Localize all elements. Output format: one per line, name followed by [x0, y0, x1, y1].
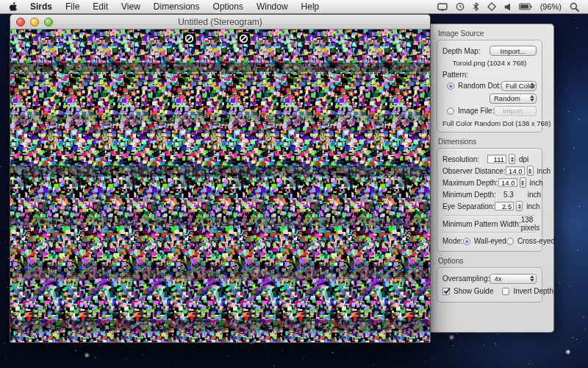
minimum-depth-label: Minimum Depth: — [442, 191, 496, 199]
wall-eyed-radio[interactable] — [463, 238, 470, 245]
diamond-icon[interactable] — [487, 2, 496, 11]
image-file-import-button: Import... — [494, 106, 537, 116]
section-title-image-source: Image Source — [438, 29, 542, 38]
close-button[interactable] — [16, 18, 25, 26]
window-title-bar[interactable]: Untitled (Stereogram) — [10, 15, 430, 29]
invert-depth-checkbox[interactable] — [502, 288, 509, 295]
cross-eyed-radio[interactable] — [506, 238, 514, 245]
observer-distance-stepper[interactable] — [527, 166, 534, 176]
menu-item-help[interactable]: Help — [295, 0, 326, 13]
invert-depth-label: Invert Depth — [513, 287, 553, 295]
observer-distance-label: Observer Distance: — [442, 167, 506, 175]
minimize-button[interactable] — [30, 18, 39, 26]
battery-percent: (96%) — [540, 2, 562, 11]
resolution-field[interactable] — [487, 155, 506, 163]
mode-label: Mode: — [442, 237, 463, 245]
oversampling-popup[interactable]: 4x — [490, 274, 537, 284]
observer-distance-field[interactable] — [506, 166, 525, 175]
eye-separation-unit: inch — [526, 202, 544, 210]
menu-item-app[interactable]: Sirds — [24, 0, 59, 13]
apple-menu-icon[interactable] — [0, 0, 24, 13]
show-guide-label: Show Guide — [453, 287, 493, 295]
popup-arrows-icon — [530, 82, 534, 89]
clock-icon[interactable] — [456, 2, 465, 11]
pattern-type-popup[interactable]: Random — [490, 93, 537, 104]
popup-arrows-icon — [530, 95, 534, 102]
section-title-options: Options — [438, 257, 542, 265]
cross-eyed-label: Cross-eyed — [517, 237, 555, 245]
depth-map-import-button[interactable]: Import... — [490, 46, 537, 56]
popup-arrows-icon — [530, 275, 534, 282]
divider — [443, 232, 536, 233]
minimum-depth-value: 5.3 — [496, 191, 515, 199]
menu-bar: Sirds File Edit View Dimensions Options … — [0, 0, 588, 14]
maximum-depth-field[interactable] — [498, 178, 517, 187]
resolution-label: Resolution: — [442, 155, 487, 163]
guide-icon — [183, 33, 196, 44]
settings-drawer: Image Source Depth Map: Import... Toroid… — [428, 24, 554, 333]
wall-eyed-label: Wall-eyed — [474, 237, 506, 245]
color-popup[interactable]: Full Color — [501, 81, 537, 91]
menu-item-file[interactable]: File — [59, 0, 86, 13]
resolution-stepper[interactable] — [509, 154, 515, 164]
pattern-summary: Full Color Random Dot (138 x 768) — [442, 117, 537, 127]
zoom-button[interactable] — [44, 18, 53, 26]
displays-icon[interactable] — [437, 3, 448, 11]
menu-item-edit[interactable]: Edit — [86, 0, 115, 13]
stereogram-canvas — [10, 29, 430, 342]
maximum-depth-label: Maximum Depth: — [442, 179, 498, 187]
observer-distance-unit: inch — [537, 167, 555, 175]
menu-item-options[interactable]: Options — [207, 0, 250, 13]
window-title: Untitled (Stereogram) — [10, 17, 430, 27]
dimensions-box: Resolution: dpi Observer Distance: inch … — [437, 148, 542, 252]
eye-separation-stepper[interactable] — [516, 201, 523, 211]
battery-icon[interactable] — [519, 3, 532, 10]
image-file-radio[interactable] — [447, 107, 454, 115]
random-dot-radio[interactable] — [447, 82, 454, 90]
image-source-box: Depth Map: Import... Toroid.png (1024 x … — [437, 40, 542, 132]
maximum-depth-stepper[interactable] — [520, 177, 526, 188]
depth-map-filename: Toroid.png (1024 x 768) — [442, 57, 537, 70]
oversampling-label: Oversampling: — [442, 275, 490, 283]
stereogram-window: Untitled (Stereogram) — [10, 14, 431, 343]
bluetooth-icon[interactable] — [473, 2, 479, 11]
menu-item-view[interactable]: View — [115, 0, 147, 13]
guide-icon — [237, 33, 250, 44]
stereogram-view — [10, 29, 430, 342]
minimum-pattern-width-label: Minimum Pattern Width: — [442, 220, 521, 228]
eye-separation-label: Eye Separation: — [442, 202, 495, 210]
eye-separation-field[interactable] — [495, 202, 514, 210]
resolution-unit: dpi — [519, 155, 537, 163]
minimum-depth-unit: inch — [528, 191, 545, 199]
show-guide-checkbox[interactable] — [442, 288, 450, 295]
spotlight-icon[interactable] — [570, 2, 579, 12]
pattern-label: Pattern: — [442, 71, 468, 79]
minimum-pattern-width-value: 138 pixels — [521, 216, 540, 232]
options-box: Oversampling: 4x Show Guide Invert Depth — [437, 267, 542, 302]
random-dot-label: Random Dot: — [458, 82, 501, 90]
menu-item-dimensions[interactable]: Dimensions — [147, 0, 207, 13]
image-file-label: Image File: — [458, 107, 494, 115]
depth-map-label: Depth Map: — [442, 47, 490, 55]
volume-icon[interactable] — [504, 3, 511, 11]
maximum-depth-unit: inch — [530, 179, 548, 187]
section-title-dimensions: Dimensions — [438, 138, 542, 146]
menu-item-window[interactable]: Window — [250, 0, 295, 13]
